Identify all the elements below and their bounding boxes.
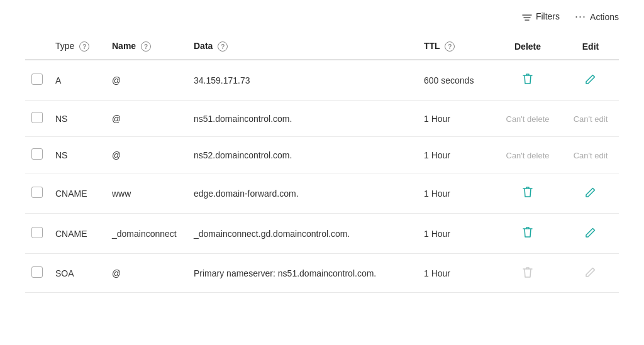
delete-icon-disabled [521, 271, 534, 281]
row-checkbox[interactable] [31, 112, 43, 123]
actions-label: Actions [590, 12, 619, 22]
data-help-icon[interactable]: ? [218, 41, 228, 52]
row-checkbox[interactable] [31, 266, 43, 278]
header-data: Data ? [187, 33, 418, 60]
cant-delete-label: Can't delete [506, 151, 550, 160]
row-checkbox-cell [25, 254, 49, 293]
table-row: CNAMEwwwedge.domain-forward.com.1 Hour [25, 173, 619, 214]
row-delete-cell [493, 173, 562, 214]
header-checkbox-col [25, 33, 49, 60]
row-checkbox-cell [25, 214, 49, 254]
row-data: Primary nameserver: ns51.domaincontrol.c… [187, 254, 418, 293]
filters-label: Filters [536, 11, 560, 21]
table-row: NS@ns52.domaincontrol.com.1 HourCan't de… [25, 137, 619, 173]
table-row: CNAME_domainconnect_domainconnect.gd.dom… [25, 214, 619, 254]
cant-delete-label: Can't delete [506, 114, 550, 124]
name-help-icon[interactable]: ? [141, 41, 151, 52]
row-name: @ [106, 60, 187, 101]
delete-button[interactable] [521, 225, 534, 242]
row-delete-cell [493, 214, 562, 254]
table-row: NS@ns51.domaincontrol.com.1 HourCan't de… [25, 101, 619, 137]
row-name: www [106, 173, 187, 214]
table-row: A@34.159.171.73600 seconds [25, 60, 619, 101]
delete-button[interactable] [521, 185, 534, 202]
row-type: NS [49, 137, 106, 173]
cant-edit-label: Can't edit [574, 114, 608, 124]
row-ttl: 600 seconds [418, 60, 493, 101]
row-checkbox[interactable] [31, 74, 43, 85]
row-checkbox[interactable] [31, 148, 43, 160]
row-delete-cell: Can't delete [493, 101, 562, 137]
row-type: SOA [49, 254, 106, 293]
ttl-help-icon[interactable]: ? [445, 41, 455, 52]
row-ttl: 1 Hour [418, 101, 493, 137]
row-name: @ [106, 137, 187, 173]
header-name: Name ? [106, 33, 187, 60]
row-data: ns51.domaincontrol.com. [187, 101, 418, 137]
row-name: @ [106, 101, 187, 137]
toolbar: Filters ··· Actions [25, 10, 619, 33]
row-data: ns52.domaincontrol.com. [187, 137, 418, 173]
row-name: _domainconnect [106, 214, 187, 254]
row-edit-cell: Can't edit [562, 137, 619, 173]
row-type: CNAME [49, 173, 106, 214]
header-ttl: TTL ? [418, 33, 493, 60]
row-checkbox[interactable] [31, 227, 43, 238]
actions-dots-icon: ··· [575, 10, 586, 23]
row-checkbox-cell [25, 137, 49, 173]
row-data: _domainconnect.gd.domaincontrol.com. [187, 214, 418, 254]
header-type: Type ? [49, 33, 106, 60]
row-type: NS [49, 101, 106, 137]
filters-button[interactable]: Filters [522, 11, 560, 21]
row-delete-cell [493, 254, 562, 293]
table-row: SOA@Primary nameserver: ns51.domaincontr… [25, 254, 619, 293]
edit-button[interactable] [584, 190, 597, 200]
row-ttl: 1 Hour [418, 254, 493, 293]
edit-button[interactable] [584, 77, 597, 87]
cant-edit-label: Can't edit [574, 151, 608, 160]
filter-icon [522, 11, 532, 21]
row-edit-cell [562, 254, 619, 293]
row-type: CNAME [49, 214, 106, 254]
row-edit-cell [562, 173, 619, 214]
dns-records-table: Type ? Name ? Data ? TTL ? Delete [25, 33, 619, 293]
header-edit: Edit [562, 33, 619, 60]
actions-button[interactable]: ··· Actions [575, 10, 619, 23]
row-checkbox-cell [25, 101, 49, 137]
row-checkbox-cell [25, 173, 49, 214]
row-data: edge.domain-forward.com. [187, 173, 418, 214]
row-checkbox[interactable] [31, 187, 43, 198]
delete-button[interactable] [521, 72, 534, 89]
row-edit-cell: Can't edit [562, 101, 619, 137]
edit-button[interactable] [584, 231, 597, 241]
row-edit-cell [562, 214, 619, 254]
edit-icon-disabled [584, 270, 597, 280]
row-delete-cell: Can't delete [493, 137, 562, 173]
type-help-icon[interactable]: ? [79, 41, 89, 52]
row-type: A [49, 60, 106, 101]
row-delete-cell [493, 60, 562, 101]
row-ttl: 1 Hour [418, 214, 493, 254]
row-ttl: 1 Hour [418, 137, 493, 173]
header-delete: Delete [493, 33, 562, 60]
row-name: @ [106, 254, 187, 293]
row-checkbox-cell [25, 60, 49, 101]
row-edit-cell [562, 60, 619, 101]
row-ttl: 1 Hour [418, 173, 493, 214]
row-data: 34.159.171.73 [187, 60, 418, 101]
table-header-row: Type ? Name ? Data ? TTL ? Delete [25, 33, 619, 60]
